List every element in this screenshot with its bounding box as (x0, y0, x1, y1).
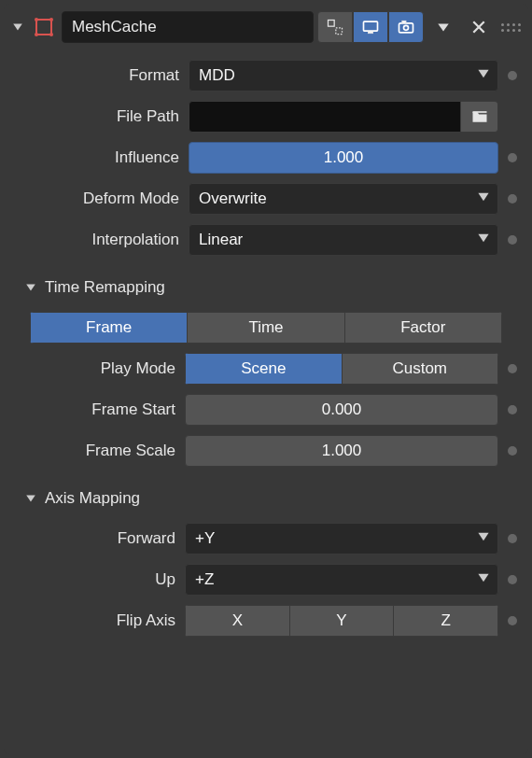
deform-mode-dropdown[interactable]: Overwrite (189, 183, 498, 215)
anim-dot[interactable] (508, 616, 517, 625)
svg-rect-11 (402, 21, 406, 23)
modifier-name-input[interactable] (62, 11, 314, 43)
frame-start-row: Frame Start 0.000 (22, 394, 523, 426)
play-mode-row: Play Mode Scene Custom (22, 353, 523, 385)
filepath-label: File Path (9, 107, 181, 126)
panel-header (6, 6, 526, 50)
filepath-row: File Path (9, 101, 523, 133)
format-label: Format (9, 66, 181, 85)
influence-row: Influence 1.000 (9, 142, 523, 174)
flip-axis-segments: X Y Z (185, 605, 498, 637)
chevron-down-icon (477, 231, 490, 249)
extras-menu[interactable] (427, 11, 459, 43)
forward-row: Forward +Y (22, 523, 523, 554)
anim-dot[interactable] (508, 534, 517, 543)
filepath-input[interactable] (189, 101, 461, 133)
svg-point-1 (35, 18, 38, 21)
axis-mapping-title: Axis Mapping (45, 489, 140, 508)
svg-rect-0 (36, 20, 51, 35)
play-mode-custom[interactable]: Custom (343, 353, 499, 385)
svg-rect-5 (329, 21, 335, 27)
influence-label: Influence (9, 148, 181, 167)
interpolation-value: Linear (199, 231, 243, 249)
frame-scale-row: Frame Scale 1.000 (22, 435, 523, 467)
svg-rect-6 (336, 28, 343, 35)
collapse-toggle[interactable] (22, 490, 39, 507)
mesh-cache-icon (30, 13, 58, 41)
edit-mode-toggle[interactable] (317, 11, 353, 43)
svg-rect-9 (399, 23, 413, 33)
influence-slider[interactable]: 1.000 (189, 142, 498, 174)
play-mode-segments: Scene Custom (185, 353, 498, 385)
collapse-toggle[interactable] (9, 19, 26, 35)
frame-start-label: Frame Start (22, 400, 177, 419)
flip-axis-label: Flip Axis (22, 611, 177, 630)
flip-x[interactable]: X (185, 605, 290, 637)
anim-dot[interactable] (508, 194, 517, 204)
interpolation-label: Interpolation (9, 231, 181, 249)
deform-mode-value: Overwrite (199, 190, 267, 208)
browse-button[interactable] (461, 101, 498, 133)
anim-dot[interactable] (508, 405, 517, 414)
forward-dropdown[interactable]: +Y (185, 523, 498, 554)
frame-start-field[interactable]: 0.000 (185, 394, 498, 426)
play-mode-scene[interactable]: Scene (185, 353, 343, 385)
play-mode-label: Play Mode (22, 359, 177, 378)
up-row: Up +Z (22, 564, 523, 596)
deform-mode-row: Deform Mode Overwrite (9, 183, 523, 215)
chevron-down-icon (477, 570, 490, 589)
frame-scale-value: 1.000 (322, 442, 362, 460)
frame-scale-label: Frame Scale (22, 442, 177, 460)
up-label: Up (22, 570, 177, 589)
modifier-panel: Format MDD File Path Influence 1.000 De (4, 4, 528, 754)
svg-point-10 (404, 25, 409, 30)
frame-start-value: 0.000 (322, 400, 362, 419)
anim-dot[interactable] (508, 235, 517, 245)
svg-rect-8 (369, 32, 373, 34)
up-value: +Z (195, 570, 214, 589)
forward-value: +Y (195, 529, 215, 548)
svg-point-2 (49, 18, 53, 21)
interpolation-row: Interpolation Linear (9, 224, 523, 256)
up-dropdown[interactable]: +Z (185, 564, 498, 596)
forward-label: Forward (22, 529, 177, 548)
chevron-down-icon (477, 529, 490, 548)
realtime-toggle[interactable] (353, 11, 388, 43)
influence-value: 1.000 (324, 148, 364, 167)
anim-dot[interactable] (508, 446, 517, 456)
svg-point-4 (49, 33, 53, 36)
delete-modifier[interactable] (463, 11, 495, 43)
anim-dot[interactable] (508, 364, 517, 373)
anim-dot[interactable] (508, 575, 517, 584)
anim-dot[interactable] (508, 71, 517, 80)
svg-rect-7 (364, 21, 378, 31)
render-toggle[interactable] (388, 11, 424, 43)
format-dropdown[interactable]: MDD (189, 60, 498, 91)
display-toggle-group (317, 11, 424, 43)
deform-mode-label: Deform Mode (9, 190, 181, 208)
anim-dot[interactable] (508, 153, 517, 162)
collapse-toggle[interactable] (22, 279, 39, 296)
time-remapping-title: Time Remapping (45, 278, 165, 297)
interpolation-dropdown[interactable]: Linear (189, 224, 498, 256)
flip-z[interactable]: Z (394, 605, 498, 637)
flip-axis-row: Flip Axis X Y Z (22, 605, 523, 637)
chevron-down-icon (477, 190, 490, 208)
tab-frame[interactable]: Frame (30, 312, 188, 344)
tab-factor[interactable]: Factor (345, 312, 502, 344)
frame-scale-field[interactable]: 1.000 (185, 435, 498, 467)
svg-point-3 (35, 33, 38, 36)
time-mode-tabs: Frame Time Factor (30, 312, 502, 344)
chevron-down-icon (477, 66, 490, 85)
format-value: MDD (199, 66, 235, 85)
drag-handle[interactable] (498, 11, 523, 43)
tab-time[interactable]: Time (188, 312, 344, 344)
format-row: Format MDD (9, 60, 523, 91)
time-remapping-header[interactable]: Time Remapping (6, 265, 526, 302)
axis-mapping-header[interactable]: Axis Mapping (6, 476, 526, 513)
flip-y[interactable]: Y (290, 605, 395, 637)
svg-rect-12 (472, 111, 486, 113)
